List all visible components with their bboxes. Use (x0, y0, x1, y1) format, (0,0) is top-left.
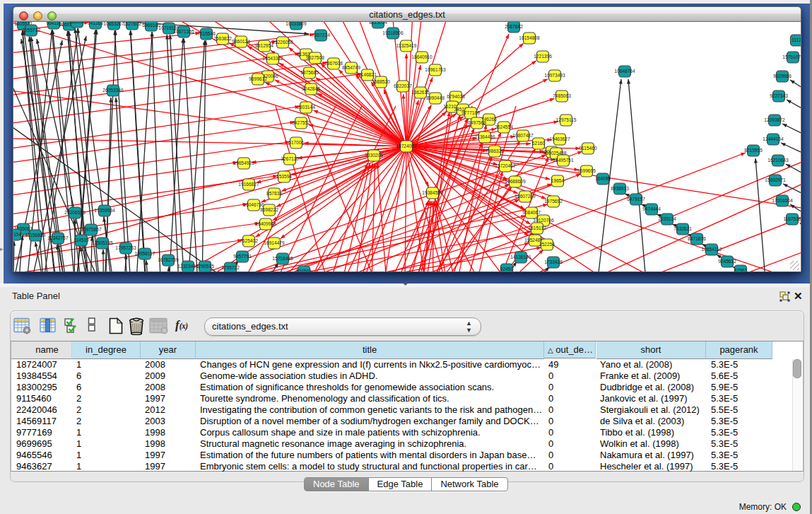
svg-text:19654923: 19654923 (233, 160, 254, 165)
svg-text:10958117: 10958117 (135, 251, 155, 256)
svg-text:9457791: 9457791 (233, 254, 252, 259)
svg-text:6794028: 6794028 (447, 94, 465, 99)
svg-text:1795722: 1795722 (221, 265, 240, 270)
svg-text:18495751: 18495751 (553, 158, 574, 163)
svg-text:857833: 857833 (266, 191, 282, 196)
svg-text:1588520: 1588520 (372, 79, 390, 84)
svg-text:9245612: 9245612 (718, 259, 736, 264)
svg-text:39154: 39154 (13, 232, 21, 237)
svg-text:164095: 164095 (595, 176, 611, 181)
svg-text:2055712: 2055712 (22, 28, 40, 33)
svg-text:19166827: 19166827 (238, 182, 259, 187)
svg-text:8471676: 8471676 (688, 236, 706, 241)
svg-text:16671355: 16671355 (173, 29, 194, 34)
svg-text:9329966: 9329966 (773, 74, 792, 78)
svg-text:1527602: 1527602 (123, 22, 141, 26)
svg-text:16409948: 16409948 (255, 221, 276, 226)
svg-text:11325419: 11325419 (396, 43, 417, 48)
svg-text:3267110: 3267110 (281, 156, 299, 161)
svg-text:12093872: 12093872 (764, 117, 785, 122)
svg-text:1733426: 1733426 (544, 259, 563, 264)
svg-text:2803144: 2803144 (297, 105, 315, 110)
svg-text:16154808: 16154808 (519, 35, 540, 40)
svg-text:1112: 1112 (792, 37, 801, 42)
svg-text:12342757: 12342757 (47, 235, 69, 240)
svg-text:17016504: 17016504 (772, 198, 793, 203)
svg-text:7986322: 7986322 (486, 148, 504, 153)
svg-text:153594: 153594 (276, 174, 292, 179)
svg-text:16914479: 16914479 (264, 240, 285, 245)
svg-text:92450: 92450 (500, 267, 514, 271)
svg-text:8215955: 8215955 (744, 148, 763, 153)
svg-text:15716485: 15716485 (272, 256, 293, 261)
svg-text:62160: 62160 (532, 141, 546, 146)
svg-text:30975857: 30975857 (81, 227, 102, 232)
svg-text:17359934: 17359934 (94, 208, 115, 213)
svg-text:8990448: 8990448 (426, 95, 445, 100)
svg-text:7357224: 7357224 (312, 33, 330, 37)
svg-text:10973493: 10973493 (544, 73, 565, 78)
svg-text:7632621: 7632621 (673, 226, 692, 231)
svg-text:2935114: 2935114 (658, 216, 676, 221)
svg-text:16210643: 16210643 (767, 158, 789, 163)
svg-text:9146821: 9146821 (358, 72, 377, 77)
svg-text:9242848: 9242848 (302, 86, 320, 91)
svg-text:10654112: 10654112 (702, 247, 722, 252)
svg-text:6479197: 6479197 (627, 197, 645, 201)
svg-text:9899612: 9899612 (249, 76, 267, 81)
svg-text:6497568: 6497568 (468, 120, 486, 125)
svg-text:10653267: 10653267 (103, 22, 124, 26)
svg-text:19218506: 19218506 (382, 30, 404, 35)
svg-text:8912954: 8912954 (255, 43, 273, 48)
svg-text:9084067: 9084067 (522, 210, 541, 215)
svg-text:20206536: 20206536 (64, 210, 86, 215)
svg-text:15720407: 15720407 (495, 163, 516, 168)
svg-text:21364436: 21364436 (474, 134, 495, 139)
svg-text:23226058: 23226058 (272, 40, 293, 45)
svg-text:15692971: 15692971 (765, 177, 786, 182)
svg-text:16782759: 16782759 (158, 257, 179, 262)
svg-text:16046736: 16046736 (243, 202, 264, 207)
svg-text:924501: 924501 (296, 269, 312, 271)
svg-text:6322037: 6322037 (394, 83, 412, 88)
svg-text:2087682: 2087682 (505, 24, 523, 29)
svg-text:6966160: 6966160 (142, 23, 160, 28)
svg-text:10648784: 10648784 (614, 69, 635, 74)
svg-text:12444154: 12444154 (763, 136, 784, 141)
svg-text:617006: 617006 (288, 140, 304, 145)
svg-text:252254: 252254 (539, 242, 555, 247)
svg-text:87961: 87961 (734, 268, 748, 271)
svg-text:8698222: 8698222 (260, 207, 278, 212)
svg-text:9699695: 9699695 (577, 168, 596, 173)
svg-text:16543382: 16543382 (262, 56, 283, 61)
svg-text:11156829: 11156829 (25, 233, 46, 238)
svg-text:1362615: 1362615 (411, 90, 430, 95)
svg-text:2330205: 2330205 (365, 153, 383, 158)
svg-text:16033809: 16033809 (286, 22, 307, 26)
svg-text:2867608: 2867608 (324, 61, 343, 66)
svg-text:1290515: 1290515 (196, 264, 214, 269)
svg-text:12505135: 12505135 (92, 240, 113, 245)
svg-text:7663822: 7663822 (213, 36, 232, 41)
svg-text:10961763: 10961763 (425, 67, 446, 72)
svg-text:1221396: 1221396 (534, 54, 552, 59)
svg-text:18607249: 18607249 (514, 194, 536, 199)
svg-text:8454749: 8454749 (342, 65, 360, 70)
svg-text:9327508: 9327508 (306, 55, 324, 60)
svg-text:10688609: 10688609 (505, 179, 526, 184)
svg-text:10120746: 10120746 (533, 218, 554, 223)
svg-text:1167535: 1167535 (783, 216, 801, 221)
svg-text:14136141: 14136141 (510, 255, 531, 259)
svg-text:10807487: 10807487 (512, 133, 534, 138)
svg-text:9777169: 9777169 (461, 110, 480, 115)
svg-text:1815112: 1815112 (528, 226, 546, 230)
svg-text:8427552: 8427552 (292, 120, 310, 125)
svg-text:7625402: 7625402 (240, 238, 258, 243)
svg-text:7485063: 7485063 (553, 93, 571, 98)
svg-text:9227343: 9227343 (770, 93, 788, 98)
svg-text:114519: 114519 (73, 238, 89, 243)
svg-text:3624554: 3624554 (495, 124, 513, 129)
svg-text:8938913: 8938913 (611, 186, 629, 191)
svg-text:19384554: 19384554 (422, 190, 443, 195)
svg-text:9474444: 9474444 (642, 206, 661, 211)
